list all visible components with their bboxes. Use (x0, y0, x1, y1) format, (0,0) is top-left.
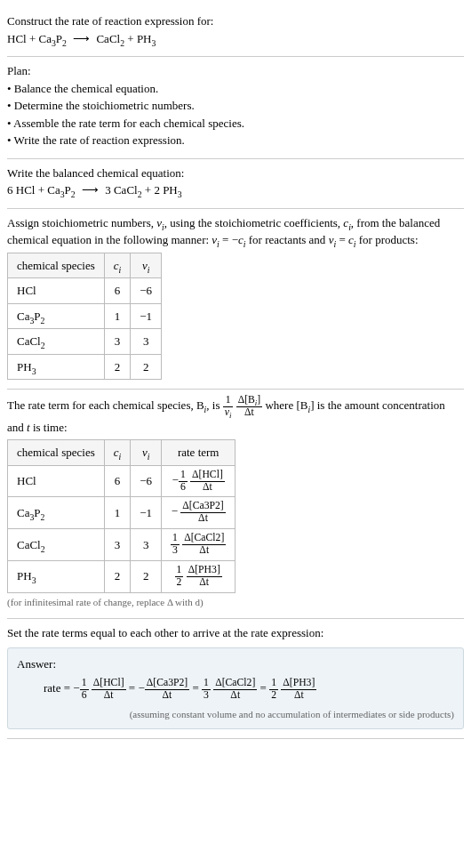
cell-species: Ca3P2 (8, 303, 105, 329)
final-title: Set the rate terms equal to each other t… (7, 624, 464, 642)
arrow-icon: ⟶ (78, 181, 102, 199)
fraction: Δ[Bi]Δt (236, 395, 263, 419)
cell-nu: −1 (131, 497, 162, 529)
table-row: PH3 2 2 (8, 354, 162, 380)
problem-title: Construct the rate of reaction expressio… (7, 12, 464, 30)
answer-box: Answer: rate = −16 Δ[HCl]Δt = −Δ[Ca3P2]Δ… (7, 647, 464, 730)
th-nu: νi (131, 253, 162, 278)
cell-rate: − Δ[Ca3P2]Δt (162, 497, 236, 529)
balanced-title: Write the balanced chemical equation: (7, 165, 464, 182)
cell-species: HCl (8, 465, 105, 497)
cell-nu: −6 (131, 278, 162, 304)
answer-note: (assuming constant volume and no accumul… (17, 707, 454, 722)
arrow-icon: ⟶ (69, 30, 93, 48)
unbalanced-equation: HCl + Ca3P2 ⟶ CaCl2 + PH3 (7, 30, 464, 48)
th-c: ci (104, 440, 131, 466)
cell-species: Ca3P2 (8, 497, 105, 529)
table-header-row: chemical species ci νi rate term (8, 440, 236, 466)
cell-c: 2 (104, 354, 131, 380)
answer-label: Answer: (17, 655, 454, 673)
cell-c: 3 (104, 529, 131, 561)
cell-nu: −1 (131, 303, 162, 329)
cell-rate: 13 Δ[CaCl2]Δt (162, 529, 236, 561)
cell-c: 1 (104, 303, 131, 329)
table-row: Ca3P2 1 −1 − Δ[Ca3P2]Δt (8, 497, 236, 529)
plan-bullet: • Write the rate of reaction expression. (7, 132, 464, 149)
th-rate: rate term (162, 440, 236, 466)
plan-bullet: • Determine the stoichiometric numbers. (7, 97, 464, 115)
table-row: CaCl2 3 3 (8, 329, 162, 355)
stoich-section: Assign stoichiometric numbers, νi, using… (7, 209, 464, 390)
cell-species: PH3 (8, 354, 105, 380)
cell-species: CaCl2 (8, 329, 105, 355)
cell-nu: 2 (131, 354, 162, 380)
cell-nu: 3 (131, 529, 162, 561)
plan-title: Plan: (7, 62, 464, 80)
cell-rate: −16 Δ[HCl]Δt (162, 465, 236, 497)
table-row: CaCl2 3 3 13 Δ[CaCl2]Δt (8, 529, 236, 561)
cell-c: 6 (104, 278, 131, 304)
rateterm-table: chemical species ci νi rate term HCl 6 −… (7, 439, 236, 592)
rateterm-section: The rate term for each chemical species,… (7, 390, 464, 619)
plan-bullet: • Balance the chemical equation. (7, 80, 464, 98)
cell-species: PH3 (8, 560, 105, 592)
th-species: chemical species (8, 440, 105, 466)
cell-c: 2 (104, 560, 131, 592)
cell-c: 6 (104, 465, 131, 497)
stoich-text: Assign stoichiometric numbers, νi, using… (7, 214, 464, 249)
final-section: Set the rate terms equal to each other t… (7, 619, 464, 739)
table-row: Ca3P2 1 −1 (8, 303, 162, 329)
rateterm-text: The rate term for each chemical species,… (7, 395, 464, 436)
table-row: PH3 2 2 12 Δ[PH3]Δt (8, 560, 236, 592)
table-row: HCl 6 −6 −16 Δ[HCl]Δt (8, 465, 236, 497)
cell-species: CaCl2 (8, 529, 105, 561)
rate-expression: rate = −16 Δ[HCl]Δt = −Δ[Ca3P2]Δt = 13 Δ… (17, 678, 454, 702)
table-row: HCl 6 −6 (8, 278, 162, 304)
fraction: 1νi (223, 395, 234, 419)
stoich-table: chemical species ci νi HCl 6 −6 Ca3P2 1 … (7, 253, 162, 381)
cell-nu: −6 (131, 465, 162, 497)
th-c: ci (104, 253, 131, 278)
table-header-row: chemical species ci νi (8, 253, 162, 278)
cell-c: 3 (104, 329, 131, 355)
rateterm-note: (for infinitesimal rate of change, repla… (7, 595, 464, 610)
cell-rate: 12 Δ[PH3]Δt (162, 560, 236, 592)
balanced-equation: 6 HCl + Ca3P2 ⟶ 3 CaCl2 + 2 PH3 (7, 181, 464, 199)
problem-header: Construct the rate of reaction expressio… (7, 7, 464, 57)
cell-nu: 3 (131, 329, 162, 355)
cell-c: 1 (104, 497, 131, 529)
plan-bullet: • Assemble the rate term for each chemic… (7, 115, 464, 133)
plan-section: Plan: • Balance the chemical equation. •… (7, 57, 464, 159)
cell-species: HCl (8, 278, 105, 304)
th-species: chemical species (8, 253, 105, 278)
cell-nu: 2 (131, 560, 162, 592)
balanced-section: Write the balanced chemical equation: 6 … (7, 159, 464, 209)
th-nu: νi (131, 440, 162, 466)
